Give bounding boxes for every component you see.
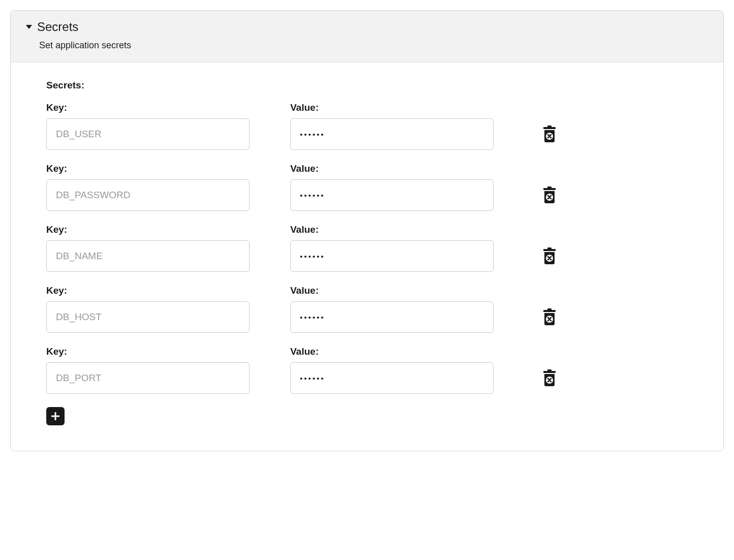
- panel-body: Secrets: Key:Value:Key:Value:Key:Value:K…: [11, 63, 723, 451]
- value-label: Value:: [290, 163, 494, 174]
- svg-rect-1: [547, 126, 552, 128]
- panel-title: Secrets: [37, 20, 78, 34]
- secret-key-input[interactable]: [46, 301, 250, 333]
- secret-value-input[interactable]: [290, 301, 494, 333]
- secret-key-input[interactable]: [46, 362, 250, 394]
- key-field-group: Key:: [46, 346, 250, 394]
- delete-cell: [534, 179, 565, 211]
- value-label: Value:: [290, 102, 494, 113]
- delete-secret-button[interactable]: [540, 247, 559, 265]
- value-label: Value:: [290, 224, 494, 235]
- delete-secret-button[interactable]: [540, 125, 559, 143]
- key-label: Key:: [46, 102, 250, 113]
- value-field-group: Value:: [290, 285, 494, 333]
- key-label: Key:: [46, 285, 250, 296]
- value-field-group: Value:: [290, 346, 494, 394]
- trash-icon: [542, 186, 557, 204]
- svg-rect-7: [547, 247, 552, 250]
- value-field-group: Value:: [290, 102, 494, 150]
- key-field-group: Key:: [46, 224, 250, 272]
- delete-secret-button[interactable]: [540, 369, 559, 387]
- key-field-group: Key:: [46, 102, 250, 150]
- secret-row: Key:Value:: [46, 346, 688, 394]
- delete-cell: [534, 240, 565, 272]
- delete-secret-button[interactable]: [540, 308, 559, 326]
- trash-icon: [542, 126, 557, 143]
- secret-row: Key:Value:: [46, 102, 688, 150]
- panel-subtitle: Set application secrets: [39, 40, 708, 51]
- secret-value-input[interactable]: [290, 179, 494, 211]
- secret-key-input[interactable]: [46, 118, 250, 150]
- panel-title-row[interactable]: Secrets: [26, 20, 708, 34]
- key-label: Key:: [46, 163, 250, 174]
- secret-row: Key:Value:: [46, 224, 688, 272]
- svg-rect-13: [547, 369, 552, 371]
- delete-cell: [534, 362, 565, 394]
- secrets-panel: Secrets Set application secrets Secrets:…: [10, 10, 724, 451]
- delete-secret-button[interactable]: [540, 186, 559, 204]
- value-label: Value:: [290, 346, 494, 357]
- key-field-group: Key:: [46, 285, 250, 333]
- key-field-group: Key:: [46, 163, 250, 211]
- trash-icon: [542, 247, 557, 265]
- secret-rows: Key:Value:Key:Value:Key:Value:Key:Value:…: [46, 102, 688, 394]
- delete-cell: [534, 118, 565, 150]
- key-label: Key:: [46, 346, 250, 357]
- secret-value-input[interactable]: [290, 362, 494, 394]
- delete-cell: [534, 301, 565, 333]
- secret-value-input[interactable]: [290, 118, 494, 150]
- value-field-group: Value:: [290, 163, 494, 211]
- svg-rect-4: [547, 186, 552, 189]
- secret-row: Key:Value:: [46, 163, 688, 211]
- svg-rect-10: [547, 308, 552, 310]
- secret-key-input[interactable]: [46, 179, 250, 211]
- add-secret-button[interactable]: [46, 407, 65, 425]
- trash-icon: [542, 308, 557, 326]
- secret-value-input[interactable]: [290, 240, 494, 272]
- secret-row: Key:Value:: [46, 285, 688, 333]
- secret-key-input[interactable]: [46, 240, 250, 272]
- value-field-group: Value:: [290, 224, 494, 272]
- key-label: Key:: [46, 224, 250, 235]
- panel-header: Secrets Set application secrets: [11, 11, 723, 63]
- section-label: Secrets:: [46, 80, 688, 91]
- caret-down-icon: [26, 25, 32, 29]
- trash-icon: [542, 369, 557, 387]
- value-label: Value:: [290, 285, 494, 296]
- plus-icon: [50, 411, 60, 421]
- svg-rect-16: [51, 416, 59, 417]
